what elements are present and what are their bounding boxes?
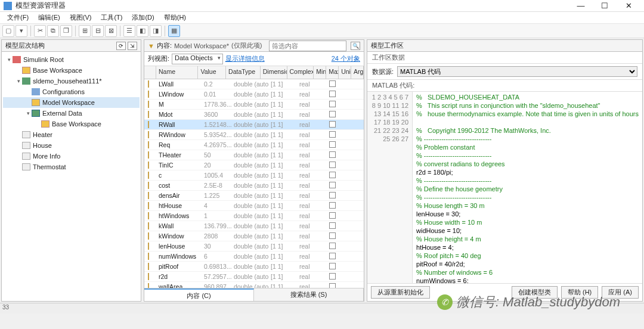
table-row[interactable]: lenHouse30double (auto)[1 1]real: [144, 241, 364, 252]
table-row[interactable]: Req4.26975...double (auto)[1 1]real: [144, 140, 364, 150]
table-row[interactable]: cost2.5E-8double (auto)[1 1]real: [144, 181, 364, 191]
data-grid: NameValueDataTypeDimensionsComplexityMin…: [144, 66, 364, 288]
tree-node[interactable]: ▾External Data: [3, 108, 140, 119]
toolbar: ▢ ▾ ✂ ⧉ ❐ ⊞ ⊟ ⊠ ☰ ◧ ◨ ▦: [0, 24, 644, 38]
data-source-select[interactable]: MATLAB 代码: [397, 66, 637, 77]
tab-content[interactable]: 内容 (C): [144, 288, 254, 301]
copy-button[interactable]: ⧉: [47, 25, 59, 37]
pin-icon[interactable]: ⇲: [128, 42, 137, 50]
reinit-button[interactable]: 从源重新初始化: [371, 286, 430, 299]
table-row[interactable]: kWall136.799...double (auto)[1 1]real: [144, 221, 364, 231]
model-tree[interactable]: ▾Simulink RootBase Workspace▾sldemo_hous…: [2, 52, 141, 301]
data-source-row: 数据源: MATLAB 代码: [367, 64, 642, 80]
content-note: (仅限此项): [231, 41, 262, 50]
table-row[interactable]: THeater50double (auto)[1 1]real: [144, 150, 364, 160]
table-row[interactable]: pitRoof0.69813...double (auto)[1 1]real: [144, 262, 364, 272]
close-button[interactable]: ✕: [617, 1, 640, 10]
filter-bar: 列视图: Data Objects 显示详细信息 24 个对象: [144, 52, 364, 66]
grid3-button[interactable]: ⊠: [105, 25, 117, 37]
content-panel-header: ▼ 内容: Model Workspace* (仅限此项) 🔍: [144, 40, 364, 52]
table-row[interactable]: LWall0.2double (auto)[1 1]real: [144, 79, 364, 89]
tree-node[interactable]: More Info: [3, 151, 140, 162]
tab-search[interactable]: 搜索结果 (S): [254, 288, 364, 301]
table-row[interactable]: Mdot3600double (auto)[1 1]real: [144, 110, 364, 120]
table-row[interactable]: htWindows1double (auto)[1 1]real: [144, 211, 364, 221]
table-row[interactable]: wallArea960.897...double (auto)[1 1]real: [144, 282, 364, 288]
minimize-button[interactable]: —: [569, 1, 593, 10]
menu-item[interactable]: 工具(T): [96, 13, 127, 22]
tree-node[interactable]: Configurations: [3, 86, 140, 97]
table-row[interactable]: densAir1.225double (auto)[1 1]real: [144, 191, 364, 201]
tree-node[interactable]: Thermostat: [3, 162, 140, 172]
maximize-button[interactable]: ☐: [593, 1, 617, 10]
paste-button[interactable]: ❐: [60, 25, 72, 37]
table-row[interactable]: RWall1.52148...double (auto)[1 1]real: [144, 120, 364, 130]
search-icon[interactable]: 🔍: [351, 42, 360, 50]
window-title: 模型资源管理器: [16, 1, 569, 11]
table-row[interactable]: numWindows6double (auto)[1 1]real: [144, 252, 364, 262]
funnel-icon[interactable]: ▼: [148, 42, 154, 49]
grid-header[interactable]: NameValueDataTypeDimensionsComplexityMin…: [144, 66, 364, 79]
workspace-subtitle: 工作区数据: [367, 52, 642, 64]
list-button[interactable]: ☰: [123, 25, 135, 37]
data-source-label: 数据源:: [372, 67, 394, 76]
tree-node[interactable]: Base Workspace: [3, 119, 140, 129]
menu-item[interactable]: 视图(V): [65, 13, 97, 22]
left-panel-title: 模型层次结构: [5, 41, 45, 50]
tree-node[interactable]: Heater: [3, 129, 140, 140]
code-editor[interactable]: 1 2 3 4 5 6 7 8 9 10 11 12 13 14 15 16 1…: [367, 92, 642, 283]
content-label: 内容:: [157, 41, 172, 50]
table-button[interactable]: ▦: [168, 25, 180, 37]
content-panel: ▼ 内容: Model Workspace* (仅限此项) 🔍 列视图: Dat…: [144, 39, 364, 302]
menu-item[interactable]: 文件(F): [2, 13, 33, 22]
table-row[interactable]: M1778.36...double (auto)[1 1]real: [144, 100, 364, 110]
menu-item[interactable]: 编辑(E): [33, 13, 65, 22]
filter-content-input[interactable]: [269, 41, 346, 51]
grid-tabs: 内容 (C) 搜索结果 (S): [144, 288, 364, 301]
table-row[interactable]: kWindow2808double (auto)[1 1]real: [144, 231, 364, 241]
tree-node[interactable]: ▾Simulink Root: [3, 54, 140, 65]
detail-button[interactable]: ◨: [150, 25, 162, 37]
tree-button[interactable]: ◧: [137, 25, 148, 37]
table-row[interactable]: RWindow5.93542...double (auto)[1 1]real: [144, 130, 364, 140]
tree-node[interactable]: Base Workspace: [3, 65, 140, 76]
object-count[interactable]: 24 个对象: [332, 54, 360, 63]
app-icon: [4, 2, 12, 10]
left-panel: 模型层次结构 ⟳ ⇲ ▾Simulink RootBase Workspace▾…: [1, 39, 141, 302]
workspace-panel-title: 模型工作区: [371, 41, 404, 50]
show-details-link[interactable]: 显示详细信息: [225, 54, 265, 63]
workspace-panel-header: 模型工作区: [367, 40, 642, 52]
menu-item[interactable]: 帮助(H): [159, 13, 191, 22]
tree-node[interactable]: Model Workspace: [3, 97, 140, 108]
tree-node[interactable]: ▾sldemo_househeat111*: [3, 76, 140, 86]
table-row[interactable]: LWindow0.01double (auto)[1 1]real: [144, 89, 364, 100]
col-view-dropdown[interactable]: Data Objects: [172, 54, 223, 64]
content-path: Model Workspace*: [174, 42, 229, 49]
refresh-icon[interactable]: ⟳: [116, 42, 126, 50]
watermark-text: 微信号: Matlab_studybydom: [456, 293, 620, 311]
grid1-button[interactable]: ⊞: [79, 25, 91, 37]
col-view-label: 列视图:: [148, 54, 169, 63]
table-row[interactable]: htHouse4double (auto)[1 1]real: [144, 201, 364, 211]
tree-node[interactable]: House: [3, 140, 140, 151]
grid-body[interactable]: LWall0.2double (auto)[1 1]realLWindow0.0…: [144, 79, 364, 288]
watermark: ✆ 微信号: Matlab_studybydom: [437, 293, 620, 311]
window-titlebar: 模型资源管理器 — ☐ ✕: [0, 0, 644, 12]
new-button[interactable]: ▢: [2, 25, 14, 37]
grid2-button[interactable]: ⊟: [92, 25, 104, 37]
code-label: MATLAB 代码:: [367, 80, 642, 92]
left-panel-header: 模型层次结构 ⟳ ⇲: [2, 40, 141, 52]
wechat-icon: ✆: [437, 294, 453, 310]
menubar: 文件(F)编辑(E)视图(V)工具(T)添加(D)帮助(H): [0, 12, 644, 24]
cut-button[interactable]: ✂: [34, 25, 46, 37]
table-row[interactable]: TinIC20double (auto)[1 1]real: [144, 160, 364, 170]
table-row[interactable]: r2d57.2957...double (auto)[1 1]real: [144, 272, 364, 282]
open-button[interactable]: ▾: [16, 25, 27, 37]
menu-item[interactable]: 添加(D): [127, 13, 159, 22]
workspace-panel: 模型工作区 工作区数据 数据源: MATLAB 代码 MATLAB 代码: 1 …: [367, 39, 643, 302]
table-row[interactable]: c1005.4double (auto)[1 1]real: [144, 170, 364, 181]
